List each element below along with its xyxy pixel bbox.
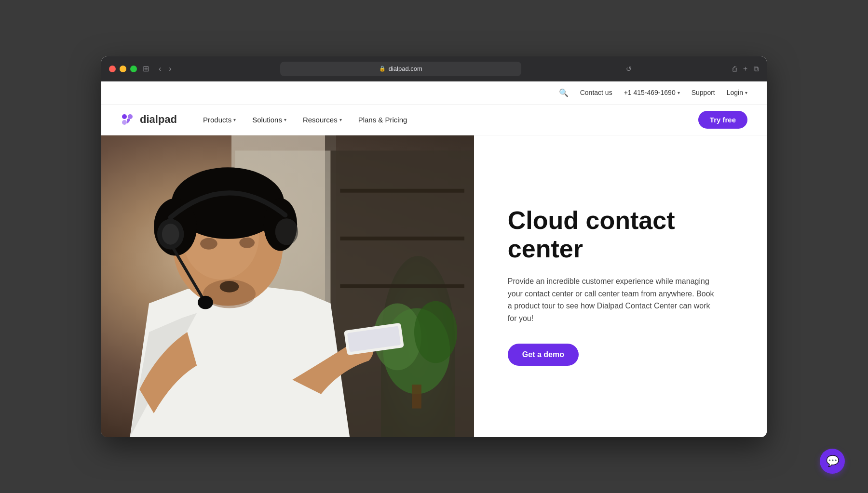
svg-point-2	[122, 120, 127, 125]
nav-items: Products ▾ Solutions ▾ Resources ▾ Plans…	[196, 113, 698, 127]
products-chevron-icon: ▾	[233, 117, 236, 122]
chat-bubble-button[interactable]: 💬	[820, 449, 845, 474]
person-illustration	[101, 135, 474, 437]
title-bar-right-controls: ⎙ ＋ ⧉	[732, 64, 759, 73]
refresh-button[interactable]: ↺	[626, 65, 632, 73]
products-label: Products	[203, 116, 231, 124]
svg-point-1	[128, 114, 133, 119]
traffic-lights	[109, 66, 137, 72]
login-text: Login	[727, 89, 743, 96]
resources-chevron-icon: ▾	[339, 117, 342, 122]
hero-image	[101, 135, 474, 437]
products-nav-item[interactable]: Products ▾	[196, 113, 243, 127]
svg-rect-4	[331, 150, 474, 437]
svg-rect-7	[340, 284, 464, 288]
back-button[interactable]: ‹	[157, 64, 163, 74]
hero-photo-bg	[101, 135, 474, 437]
utility-bar-items: 🔍 Contact us +1 415-469-1690 ▾ Support L…	[559, 88, 747, 97]
browser-window: ⊞ ‹ › 🔒 dialpad.com ↺ ⎙ ＋ ⧉ 🔍 Contact us…	[101, 56, 767, 437]
close-button[interactable]	[109, 66, 116, 72]
svg-point-24	[275, 218, 298, 245]
get-demo-button[interactable]: Get a demo	[508, 344, 579, 366]
try-free-button[interactable]: Try free	[698, 111, 747, 129]
chat-bubble-icon: 💬	[826, 455, 839, 467]
svg-point-23	[162, 224, 179, 245]
hero-content: Cloud contact center Provide an incredib…	[474, 135, 767, 437]
svg-point-26	[198, 295, 213, 309]
address-bar[interactable]: 🔒 dialpad.com	[280, 62, 521, 76]
login-chevron-icon: ▾	[745, 90, 747, 95]
solutions-label: Solutions	[252, 116, 282, 124]
share-icon[interactable]: ⎙	[732, 65, 737, 73]
logo[interactable]: dialpad	[121, 113, 177, 126]
solutions-nav-item[interactable]: Solutions ▾	[245, 113, 293, 127]
svg-rect-5	[340, 188, 464, 192]
logo-text: dialpad	[140, 113, 177, 126]
search-icon[interactable]: 🔍	[559, 88, 569, 97]
tabs-icon[interactable]: ⧉	[754, 65, 759, 73]
svg-point-10	[414, 301, 457, 363]
hero-section: Cloud contact center Provide an incredib…	[101, 135, 767, 437]
svg-point-19	[239, 237, 255, 248]
svg-rect-6	[340, 236, 464, 240]
plans-pricing-nav-item[interactable]: Plans & Pricing	[352, 113, 414, 127]
url-text: dialpad.com	[389, 65, 422, 72]
title-bar: ⊞ ‹ › 🔒 dialpad.com ↺ ⎙ ＋ ⧉	[101, 56, 767, 81]
hero-title: Cloud contact center	[508, 206, 738, 264]
login-button[interactable]: Login ▾	[727, 89, 747, 96]
support-link[interactable]: Support	[692, 89, 715, 96]
utility-bar: 🔍 Contact us +1 415-469-1690 ▾ Support L…	[101, 81, 767, 105]
browser-controls: ⊞ ‹ ›	[143, 64, 174, 74]
resources-label: Resources	[303, 116, 338, 124]
main-nav: dialpad Products ▾ Solutions ▾ Resources…	[101, 105, 767, 135]
forward-button[interactable]: ›	[167, 64, 173, 74]
new-tab-icon[interactable]: ＋	[742, 64, 749, 73]
hero-description: Provide an incredible customer experienc…	[508, 275, 720, 324]
minimize-button[interactable]	[120, 66, 126, 72]
plans-pricing-label: Plans & Pricing	[358, 116, 407, 124]
svg-point-18	[200, 238, 217, 249]
svg-point-0	[122, 114, 127, 119]
maximize-button[interactable]	[130, 66, 137, 72]
lock-icon: 🔒	[379, 66, 386, 72]
phone-chevron-icon: ▾	[678, 90, 680, 95]
phone-number-text: +1 415-469-1690	[624, 89, 676, 96]
svg-rect-11	[412, 385, 421, 409]
contact-us-link[interactable]: Contact us	[580, 89, 612, 96]
sidebar-toggle-button[interactable]: ⊞	[143, 64, 149, 73]
logo-icon	[121, 113, 136, 126]
solutions-chevron-icon: ▾	[284, 117, 286, 122]
resources-nav-item[interactable]: Resources ▾	[296, 113, 349, 127]
phone-number-link[interactable]: +1 415-469-1690 ▾	[624, 89, 680, 96]
svg-point-21	[220, 281, 239, 293]
